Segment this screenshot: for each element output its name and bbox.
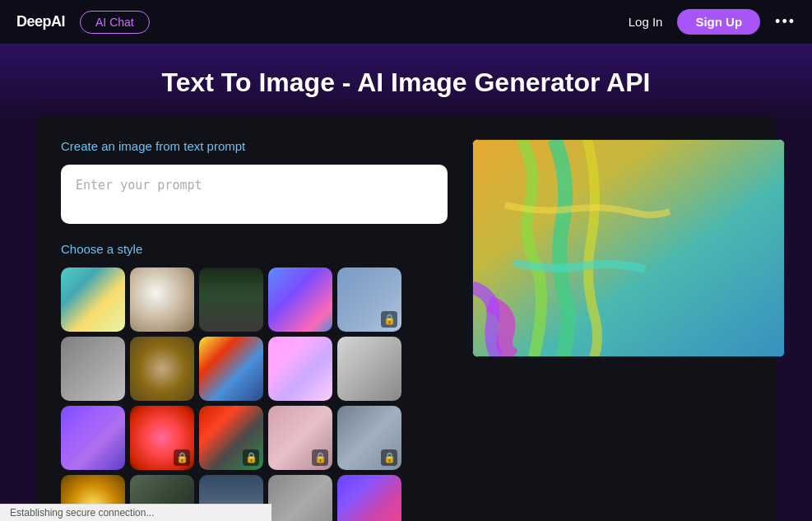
page-title: Text To Image - AI Image Generator API [16, 67, 796, 98]
logo: DeepAI [16, 13, 65, 30]
style-item[interactable]: 🔒 [199, 406, 263, 470]
signup-button[interactable]: Sign Up [677, 9, 760, 35]
generated-image [472, 139, 785, 357]
nav-right: Log In Sign Up ••• [629, 9, 796, 35]
style-item[interactable] [337, 337, 401, 401]
style-item[interactable] [61, 267, 125, 332]
main-content: Create an image from text prompt Choose … [36, 116, 776, 521]
create-label: Create an image from text prompt [61, 139, 448, 153]
lock-icon: 🔒 [381, 311, 397, 328]
style-item[interactable] [268, 267, 332, 332]
style-item[interactable]: 🔒 [337, 406, 401, 470]
login-button[interactable]: Log In [629, 15, 663, 29]
styles-grid: 🔒 🔒 🔒 🔒 🔒 🔒 [61, 267, 448, 521]
prompt-input[interactable] [61, 165, 448, 224]
style-item[interactable] [268, 337, 332, 401]
lock-icon: 🔒 [174, 449, 190, 466]
svg-rect-0 [472, 139, 785, 357]
right-panel [472, 139, 785, 521]
style-item[interactable] [130, 337, 194, 401]
style-item[interactable] [337, 475, 401, 521]
style-item[interactable] [199, 337, 263, 401]
more-button[interactable]: ••• [775, 13, 796, 30]
style-item[interactable]: 🔒 [130, 406, 194, 470]
style-item[interactable]: 🔒 [268, 406, 332, 470]
lock-icon: 🔒 [312, 449, 328, 466]
lock-icon: 🔒 [243, 449, 259, 466]
style-item[interactable] [61, 337, 125, 401]
style-item[interactable] [130, 267, 194, 332]
status-bar: Establishing secure connection... [0, 504, 271, 521]
style-item[interactable] [61, 406, 125, 470]
header-area: Text To Image - AI Image Generator API [0, 44, 812, 116]
left-panel: Create an image from text prompt Choose … [61, 139, 448, 521]
style-item[interactable] [268, 475, 332, 521]
choose-style-label: Choose a style [61, 242, 448, 256]
navbar: DeepAI AI Chat Log In Sign Up ••• [0, 0, 812, 44]
style-item[interactable] [199, 267, 263, 332]
ai-chat-button[interactable]: AI Chat [80, 11, 150, 34]
logo-text: DeepAI [16, 13, 65, 30]
lock-icon: 🔒 [381, 449, 397, 466]
style-item[interactable]: 🔒 [337, 267, 401, 332]
